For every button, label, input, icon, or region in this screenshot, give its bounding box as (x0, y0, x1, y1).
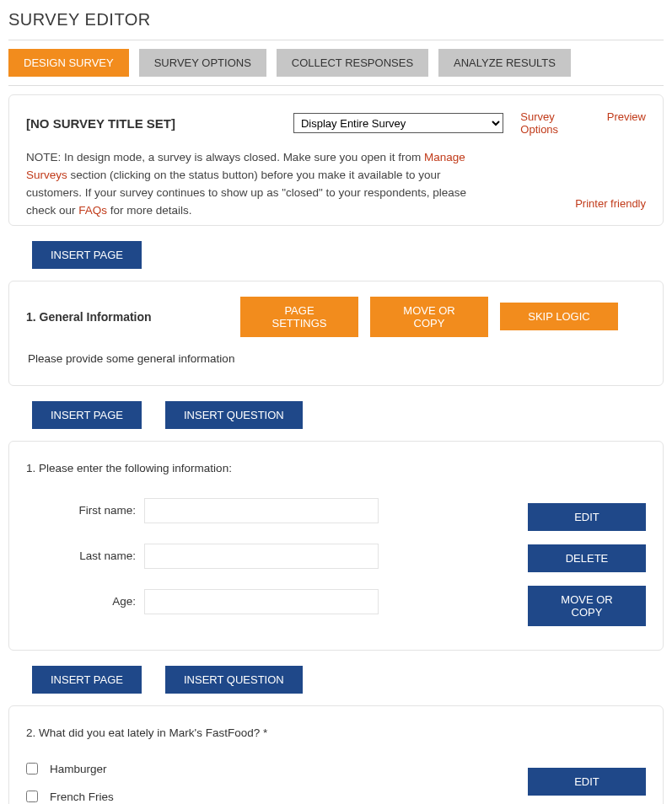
insert-page-button[interactable]: INSERT PAGE (32, 401, 142, 429)
page-settings-button[interactable]: PAGE SETTINGS (240, 297, 358, 337)
tab-design-survey[interactable]: DESIGN SURVEY (8, 49, 129, 77)
skip-logic-button[interactable]: SKIP LOGIC (500, 303, 618, 330)
question-move-or-copy-button[interactable]: MOVE OR COPY (528, 586, 646, 626)
survey-info-panel: [NO SURVEY TITLE SET] Display Entire Sur… (8, 94, 664, 226)
tab-bar: DESIGN SURVEY SURVEY OPTIONS COLLECT RES… (8, 49, 664, 77)
page-heading: 1. General Information (26, 310, 228, 324)
printer-friendly-link[interactable]: Printer friendly (575, 197, 646, 210)
insert-question-button[interactable]: INSERT QUESTION (165, 401, 303, 429)
question-panel-2: 2. What did you eat lately in Mark's Fas… (8, 705, 664, 804)
page-move-or-copy-button[interactable]: MOVE OR COPY (370, 297, 488, 337)
divider (8, 40, 664, 40)
insert-question-button[interactable]: INSERT QUESTION (165, 666, 303, 694)
tab-survey-options[interactable]: SURVEY OPTIONS (139, 49, 266, 77)
question-edit-button[interactable]: EDIT (528, 503, 646, 531)
option-french-fries-checkbox[interactable] (26, 791, 38, 802)
insert-page-button[interactable]: INSERT PAGE (32, 241, 142, 269)
first-name-input[interactable] (144, 498, 379, 523)
divider (8, 85, 664, 86)
page-panel: 1. General Information PAGE SETTINGS MOV… (8, 281, 664, 386)
question-delete-button[interactable]: DELETE (528, 544, 646, 572)
page-description: Please provide some general information (28, 352, 646, 365)
option-hamburger-label: Hamburger (50, 763, 107, 775)
last-name-input[interactable] (144, 544, 379, 569)
tab-analyze-results[interactable]: ANALYZE RESULTS (438, 49, 571, 77)
option-hamburger-checkbox[interactable] (26, 763, 38, 775)
question-panel-1: 1. Please enter the following informatio… (8, 441, 664, 651)
first-name-label: First name: (26, 504, 136, 517)
preview-link[interactable]: Preview (607, 110, 646, 136)
question-2-text: 2. What did you eat lately in Mark's Fas… (26, 726, 646, 739)
tab-collect-responses[interactable]: COLLECT RESPONSES (277, 49, 428, 77)
faqs-link[interactable]: FAQs (78, 204, 107, 217)
insert-page-button[interactable]: INSERT PAGE (32, 666, 142, 694)
survey-title-label: [NO SURVEY TITLE SET] (26, 116, 175, 131)
question-edit-button[interactable]: EDIT (528, 768, 646, 796)
display-mode-select[interactable]: Display Entire Survey (293, 113, 503, 133)
last-name-label: Last name: (26, 549, 136, 562)
option-french-fries-label: French Fries (50, 791, 114, 803)
question-1-text: 1. Please enter the following informatio… (26, 462, 646, 474)
page-title: SURVEY EDITOR (8, 10, 664, 29)
age-input[interactable] (144, 589, 379, 614)
survey-options-link[interactable]: Survey Options (520, 110, 594, 136)
age-label: Age: (26, 595, 136, 608)
